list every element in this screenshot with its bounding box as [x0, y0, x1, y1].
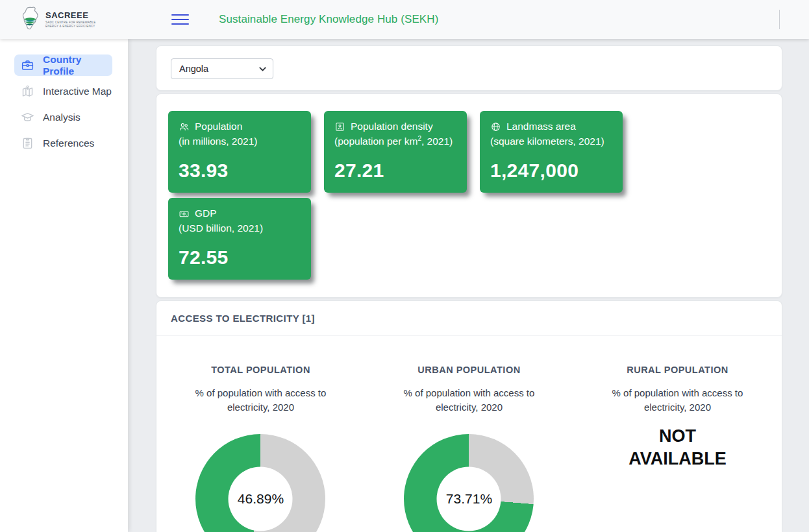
country-selector-panel: Angola: [156, 45, 782, 91]
stat-value: 33.93: [179, 160, 301, 182]
logo-text: SACREEE SADC CENTRE FOR RENEWABLE ENERGY…: [45, 11, 96, 28]
not-available-label: NOT AVAILABLE: [617, 425, 738, 470]
stat-card-grid: Population (in millions, 2021) 33.93 Pop…: [168, 111, 770, 280]
sidebar-item-label: Analysis: [43, 112, 81, 123]
banknote-icon: [179, 208, 190, 219]
stat-title: Landmass area: [506, 121, 576, 132]
chart-title: TOTAL POPULATION: [156, 365, 365, 375]
access-to-electricity-panel: ACCESS TO ELECTRICITY [1] TOTAL POPULATI…: [156, 300, 782, 532]
brand-tagline: SADC CENTRE FOR RENEWABLE ENERGY & ENERG…: [45, 21, 96, 28]
stat-card-landmass-area: Landmass area (square kilometers, 2021) …: [480, 111, 623, 193]
brand-name: SACREEE: [45, 11, 96, 19]
stat-subtitle: (population per km: [334, 136, 417, 147]
sidebar-item-label: Country Profile: [43, 54, 112, 77]
chart-subtitle: % of population with access to electrici…: [182, 386, 338, 415]
stat-card-gdp: GDP (USD billion, 2021) 72.55: [168, 198, 311, 280]
stat-card-population: Population (in millions, 2021) 33.93: [168, 111, 311, 193]
section-header: ACCESS TO ELECTRICITY [1]: [156, 301, 782, 336]
stat-title: Population density: [351, 121, 433, 132]
donut-chart-total-population: 46.89%: [195, 434, 325, 532]
people-icon: [179, 121, 190, 132]
chart-subtitle: % of population with access to electrici…: [599, 386, 755, 415]
sidebar-item-analysis[interactable]: Analysis: [14, 106, 112, 128]
chart-title: URBAN POPULATION: [365, 365, 573, 375]
africa-logo-icon: [19, 6, 42, 33]
chart-col-rural-population: RURAL POPULATION % of population with ac…: [573, 365, 782, 532]
donut-center-label: 73.71%: [446, 491, 492, 507]
sidebar: Country Profile Interactive Map Analysis: [0, 39, 128, 532]
hamburger-menu-icon[interactable]: [171, 11, 189, 27]
main-content: Angola: [156, 39, 782, 532]
stat-value: 27.21: [334, 160, 456, 182]
donut-center-label: 46.89%: [238, 491, 284, 507]
briefcase-icon: [21, 58, 34, 72]
sidebar-item-interactive-map[interactable]: Interactive Map: [14, 80, 112, 102]
sidebar-item-country-profile[interactable]: Country Profile: [14, 54, 112, 76]
donut-chart-urban-population: 73.71%: [404, 434, 534, 532]
section-heading: ACCESS TO ELECTRICITY [1]: [171, 313, 767, 324]
chart-col-urban-population: URBAN POPULATION % of population with ac…: [365, 365, 573, 532]
chart-subtitle: % of population with access to electrici…: [391, 386, 547, 415]
stat-card-population-density: Population density (population per km2, …: [324, 111, 467, 193]
graduation-cap-icon: [21, 110, 34, 124]
density-icon: [334, 121, 345, 132]
chart-col-total-population: TOTAL POPULATION % of population with ac…: [156, 365, 365, 532]
chevron-down-icon: [258, 65, 267, 73]
stat-title: Population: [195, 121, 242, 132]
stat-subtitle: (USD billion, 2021): [179, 223, 263, 234]
chart-title: RURAL POPULATION: [573, 365, 782, 375]
app-header: SACREEE SADC CENTRE FOR RENEWABLE ENERGY…: [0, 0, 809, 39]
globe-icon: [490, 121, 501, 132]
sidebar-item-label: References: [43, 138, 94, 149]
map-icon: [21, 84, 34, 98]
header-divider: [779, 10, 780, 29]
stat-title: GDP: [195, 208, 217, 219]
clipboard-icon: [21, 136, 34, 150]
stat-value: 72.55: [179, 247, 301, 269]
donut-hole: 73.71%: [437, 466, 501, 531]
sacreee-logo[interactable]: SACREEE SADC CENTRE FOR RENEWABLE ENERGY…: [19, 6, 96, 33]
stat-value: 1,247,000: [490, 160, 612, 182]
sidebar-item-label: Interactive Map: [43, 86, 112, 97]
stat-subtitle: (square kilometers, 2021): [490, 136, 604, 147]
country-select-value: Angola: [179, 64, 208, 74]
stat-subtitle: (in millions, 2021): [179, 136, 257, 147]
electricity-charts-row: TOTAL POPULATION % of population with ac…: [156, 336, 782, 532]
sidebar-item-references[interactable]: References: [14, 132, 112, 154]
donut-hole: 46.89%: [229, 466, 293, 531]
page-title: Sustainable Energy Knowledge Hub (SEKH): [219, 13, 438, 26]
country-select[interactable]: Angola: [171, 58, 273, 79]
country-stats-panel: Population (in millions, 2021) 33.93 Pop…: [156, 93, 782, 298]
